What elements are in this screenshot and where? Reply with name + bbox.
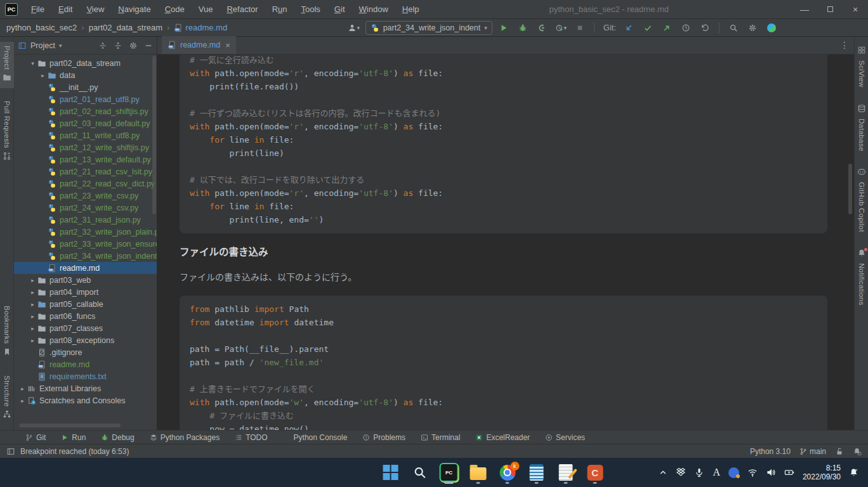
taskbar-pycharm-icon[interactable]: PC — [438, 460, 460, 485]
tree-item[interactable]: __init__.py — [14, 81, 157, 93]
rollback-button[interactable] — [697, 21, 713, 35]
menu-git[interactable]: Git — [327, 2, 352, 16]
run-button[interactable] — [496, 21, 511, 35]
taskbar-notepad-icon[interactable] — [526, 460, 548, 485]
git-update-button[interactable] — [621, 21, 636, 35]
history-button[interactable] — [678, 21, 694, 35]
tree-expand-arrow[interactable]: ▸ — [28, 313, 37, 320]
menu-window[interactable]: Window — [352, 2, 395, 16]
tree-item[interactable]: part2_24_write_csv.py — [14, 202, 157, 214]
menu-tools[interactable]: Tools — [294, 2, 327, 16]
wifi-icon[interactable] — [747, 467, 758, 477]
taskbar-clock[interactable]: 8:15 2022/09/30 — [803, 464, 841, 481]
toolwindow-problems[interactable]: Problems — [356, 431, 412, 444]
tree-item[interactable]: ▸Scratches and Consoles — [14, 394, 157, 406]
tree-item[interactable]: part2_23_write_csv.py — [14, 190, 157, 202]
tree-item[interactable]: part2_32_write_json_plain.py — [14, 226, 157, 238]
tree-item[interactable]: part2_31_read_json.py — [14, 214, 157, 226]
minimize-button[interactable]: — — [792, 0, 817, 18]
profile-sphere-icon[interactable] — [728, 467, 739, 478]
code-with-me-icon[interactable] — [764, 21, 779, 35]
tree-item[interactable]: readme.md — [14, 262, 157, 274]
tree-expand-arrow[interactable]: ▸ — [38, 72, 48, 79]
settings-gear-icon[interactable] — [745, 21, 760, 35]
menu-navigate[interactable]: Navigate — [111, 2, 157, 16]
menu-run[interactable]: Run — [265, 2, 294, 16]
run-configuration-select[interactable]: part2_34_write_json_indent ▾ — [365, 21, 492, 35]
project-view-select[interactable]: Project ▾ — [18, 41, 62, 50]
taskbar-chrome-icon[interactable]: k — [497, 460, 518, 485]
git-push-button[interactable] — [659, 21, 674, 35]
taskbar-notes-icon[interactable] — [555, 460, 577, 485]
profile-user-icon[interactable]: ▾ — [346, 21, 362, 35]
editor-options-icon[interactable]: ⋮ — [840, 40, 854, 54]
breadcrumb-item[interactable]: readme.md — [174, 23, 227, 32]
menu-view[interactable]: View — [79, 2, 111, 16]
project-vertical-scrollbar[interactable] — [152, 56, 156, 214]
menu-refactor[interactable]: Refactor — [220, 2, 265, 16]
tree-item[interactable]: ▸part08_exceptions — [14, 334, 157, 346]
event-log-icon[interactable] — [853, 447, 862, 456]
tree-expand-arrow[interactable]: ▸ — [28, 337, 37, 344]
breadcrumb-item[interactable]: python_basic_sec2 — [6, 23, 77, 32]
stop-button[interactable] — [572, 21, 588, 35]
taskbar-search-icon[interactable] — [409, 460, 431, 485]
tree-item[interactable]: part2_12_write_shiftjis.py — [14, 141, 157, 153]
toolwindow-todo[interactable]: TODO — [228, 431, 273, 444]
tree-item[interactable]: part2_22_read_csv_dict.py — [14, 178, 157, 190]
battery-icon[interactable] — [784, 467, 794, 477]
tree-item[interactable]: ▸data — [14, 69, 157, 81]
tray-chevron-up-icon[interactable] — [659, 468, 667, 477]
git-commit-button[interactable] — [640, 21, 655, 35]
close-button[interactable]: × — [843, 0, 868, 18]
toolwindow-python-console[interactable]: Python Console — [277, 431, 354, 444]
debug-button[interactable] — [515, 21, 530, 35]
toolwindow-python-packages[interactable]: Python Packages — [143, 431, 226, 444]
lock-icon[interactable] — [835, 447, 844, 456]
stripe-tab-pull-requests[interactable]: Pull Requests — [0, 97, 14, 167]
tree-expand-arrow[interactable]: ▸ — [28, 277, 37, 283]
select-opened-file-icon[interactable] — [98, 41, 107, 50]
tree-item[interactable]: ▸External Libraries — [14, 382, 157, 394]
toolwindow-services[interactable]: Services — [539, 431, 591, 444]
tree-item[interactable]: readme.md — [14, 358, 157, 370]
tree-item[interactable]: ▸part07_classes — [14, 322, 157, 334]
stripe-tab-notifications[interactable]: Notifications — [855, 245, 868, 309]
tree-item[interactable]: ▸part03_web — [14, 274, 157, 286]
stripe-tab-project[interactable]: Project — [0, 42, 14, 88]
toolwindow-terminal[interactable]: Terminal — [414, 431, 466, 444]
taskbar-explorer-icon[interactable] — [468, 460, 489, 485]
tree-item[interactable]: ▾part02_data_stream — [14, 57, 157, 69]
menu-code[interactable]: Code — [158, 2, 192, 16]
run-with-coverage-button[interactable] — [534, 21, 549, 35]
tree-item[interactable]: .gitignore — [14, 346, 157, 358]
stripe-tab-database[interactable]: Database — [855, 100, 868, 155]
tree-item[interactable]: part2_11_write_utf8.py — [14, 129, 157, 141]
tree-expand-arrow[interactable]: ▸ — [18, 386, 27, 392]
tree-expand-arrow[interactable]: ▸ — [28, 289, 37, 295]
panel-settings-gear-icon[interactable] — [129, 41, 138, 50]
toolwindow-debug[interactable]: Debug — [95, 431, 140, 444]
tree-item[interactable]: part2_13_write_default.py — [14, 153, 157, 166]
taskbar-camtasia-icon[interactable]: C — [584, 460, 606, 485]
tool-window-quick-access-icon[interactable] — [6, 447, 15, 456]
tree-expand-arrow[interactable]: ▸ — [28, 301, 37, 308]
menu-vue[interactable]: Vue — [192, 2, 220, 16]
tree-item[interactable]: part2_21_read_csv_lsit.py — [14, 166, 157, 178]
tree-item[interactable]: part2_02_read_shiftjis.py — [14, 105, 157, 117]
menu-help[interactable]: Help — [395, 2, 426, 16]
tree-expand-arrow[interactable]: ▸ — [28, 325, 37, 332]
menu-file[interactable]: File — [24, 2, 51, 16]
maximize-button[interactable] — [817, 0, 843, 18]
toolwindow-run[interactable]: Run — [55, 431, 92, 444]
hide-panel-icon[interactable] — [144, 41, 153, 50]
taskbar-start-icon[interactable] — [380, 460, 402, 485]
stripe-tab-sciview[interactable]: SciView — [855, 42, 868, 91]
microphone-icon[interactable] — [694, 467, 704, 477]
tree-item[interactable]: part2_03_read_default.py — [14, 117, 157, 129]
ime-language-indicator[interactable]: A — [713, 467, 720, 478]
toolwindow-git[interactable]: Git — [19, 431, 52, 444]
tab-readme-md[interactable]: readme.md × — [162, 36, 236, 54]
profiler-button[interactable]: ▾ — [553, 21, 569, 35]
python-interpreter-selector[interactable]: Python 3.10 — [750, 447, 791, 456]
